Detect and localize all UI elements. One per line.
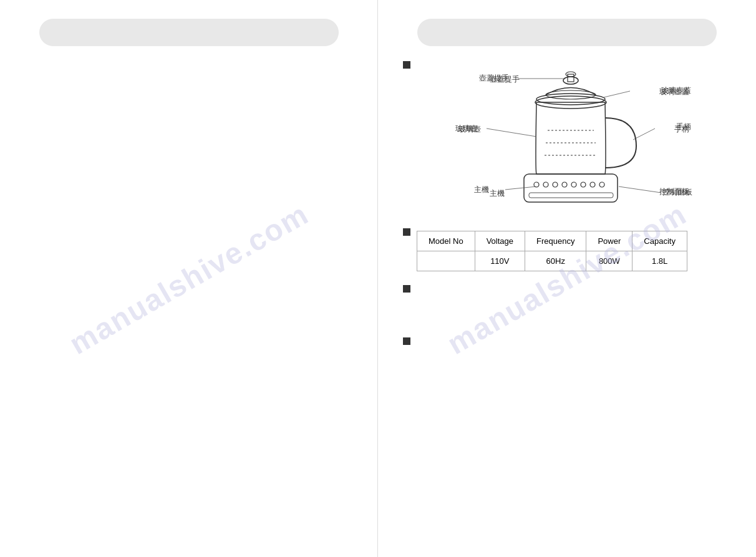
cell-capacity: 1.8L [632,251,687,271]
lbl-glass-lid: 玻璃壺蓋 [661,86,691,95]
section-4-content [417,335,731,376]
spec-table: Model No Voltage Frequency Power Capacit… [417,231,687,271]
diagram-content: 壺蓋提手 玻璃壺蓋 玻璃壺 手柄 主機 控制面板 [417,59,731,215]
svg-point-7 [590,182,595,187]
col-power: Power [586,231,632,251]
svg-point-5 [571,182,576,187]
col-capacity: Capacity [632,231,687,251]
section-4 [403,335,731,376]
svg-rect-17 [568,74,574,82]
lbl-lid-handle: 壺蓋提手 [479,74,509,83]
svg-point-6 [581,182,586,187]
spec-content: Model No Voltage Frequency Power Capacit… [417,226,731,271]
section-3-text3 [417,310,731,324]
section-3-content [417,283,731,324]
svg-point-4 [562,182,567,187]
svg-point-3 [553,182,558,187]
col-voltage: Voltage [475,231,525,251]
bullet-diagram [403,61,410,69]
section-4-text2 [417,349,731,362]
svg-point-2 [543,182,548,187]
kettle-diagram-wrapper: 壺蓋提手 玻璃壺蓋 玻璃壺 手柄 主機 控制面板 [455,65,692,215]
section-3-text2 [417,296,731,310]
lbl-control-panel: 控制面板 [662,188,692,197]
cell-power: 800W [586,251,632,271]
section-3-text [417,283,731,296]
svg-point-8 [599,182,604,187]
col-model: Model No [417,231,475,251]
cell-frequency: 60Hz [525,251,586,271]
lbl-glass-pot: 玻璃壺 [455,124,478,133]
bullet-3 [403,285,410,293]
spec-section: Model No Voltage Frequency Power Capacit… [403,226,731,271]
diagram-section: 壺蓋提手 玻璃壺蓋 玻璃壺 手柄 主機 控制面板 [403,59,731,215]
col-frequency: Frequency [525,231,586,251]
svg-point-16 [563,77,578,84]
label-main-unit: 主機 [490,188,505,199]
svg-rect-9 [529,193,613,198]
lbl-main-unit: 主機 [474,185,489,195]
svg-point-15 [546,90,596,99]
section-4-text3 [417,362,731,376]
left-watermark: manualshive.com [63,196,314,361]
cell-model [417,251,475,271]
bullet-spec [403,228,410,236]
cell-voltage: 110V [475,251,525,271]
right-content: 壺蓋提手 玻璃壺蓋 玻璃壺 手柄 主機 控制面板 [403,59,731,538]
lbl-handle: 手柄 [676,122,691,132]
section-4-text [417,335,731,349]
right-header-bar [417,19,717,46]
spec-row-1: 110V 60Hz 800W 1.8L [417,251,687,271]
left-header-bar [39,19,339,46]
svg-point-1 [534,182,539,187]
section-3 [403,283,731,324]
right-page: 壺蓋提手 玻璃壺蓋 玻璃壺 手柄 主機 控制面板 [378,0,756,557]
bullet-4 [403,337,410,345]
left-page: manualshive.com [0,0,378,557]
